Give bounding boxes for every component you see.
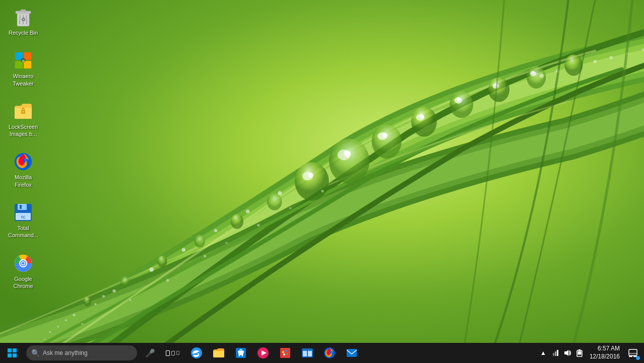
file-explorer-taskbar-button[interactable] bbox=[208, 343, 230, 363]
svg-point-33 bbox=[57, 326, 59, 328]
firefox-taskbar-button[interactable] bbox=[318, 343, 341, 363]
mozilla-firefox-svg bbox=[14, 152, 33, 171]
file-explorer-icon bbox=[213, 347, 225, 358]
firefox-taskbar-icon bbox=[324, 347, 336, 359]
microphone-icon: 🎤 bbox=[145, 348, 155, 358]
svg-point-17 bbox=[267, 193, 282, 210]
notification-badge bbox=[636, 356, 640, 360]
svg-marker-107 bbox=[564, 350, 568, 356]
recycle-bin-label: Recycle Bin bbox=[9, 29, 38, 36]
google-chrome-svg bbox=[14, 254, 33, 273]
volume-icon-svg bbox=[563, 349, 571, 357]
svg-line-60 bbox=[20, 15, 20, 24]
svg-point-85 bbox=[22, 262, 25, 264]
svg-point-20 bbox=[157, 256, 167, 267]
svg-point-51 bbox=[308, 172, 313, 178]
system-tray: ▲ bbox=[537, 343, 644, 363]
svg-point-45 bbox=[204, 255, 206, 257]
mail-taskbar-button[interactable] bbox=[341, 343, 363, 363]
svg-point-8 bbox=[411, 107, 437, 136]
svg-point-1 bbox=[329, 139, 370, 184]
svg-rect-59 bbox=[21, 10, 26, 12]
search-bar[interactable]: 🔍 Ask me anything bbox=[26, 345, 137, 360]
svg-rect-109 bbox=[578, 349, 581, 350]
svg-point-89 bbox=[242, 355, 243, 356]
power-icon-svg bbox=[576, 349, 583, 357]
svg-point-18 bbox=[231, 214, 243, 229]
paint-taskbar-button[interactable] bbox=[274, 343, 296, 363]
task-view-button[interactable] bbox=[161, 343, 183, 363]
svg-point-39 bbox=[609, 56, 612, 59]
svg-point-50 bbox=[345, 151, 351, 157]
windows-logo-icon bbox=[8, 348, 17, 357]
action-center-button[interactable] bbox=[624, 343, 642, 363]
task-view-icon bbox=[166, 350, 179, 356]
total-commander-icon[interactable]: TC Total Command... bbox=[5, 200, 41, 241]
svg-point-93 bbox=[282, 351, 284, 353]
desktop-background bbox=[0, 0, 644, 363]
svg-point-30 bbox=[94, 303, 96, 305]
paint-icon bbox=[279, 347, 291, 359]
svg-point-28 bbox=[112, 289, 115, 293]
svg-rect-103 bbox=[347, 349, 357, 357]
svg-point-4 bbox=[295, 162, 329, 200]
svg-point-21 bbox=[120, 276, 129, 287]
google-chrome-image bbox=[13, 253, 33, 273]
google-chrome-icon[interactable]: Google Chrome bbox=[5, 251, 41, 292]
svg-point-48 bbox=[289, 207, 291, 209]
system-clock[interactable]: 6:57 AM 12/18/2016 bbox=[586, 343, 624, 363]
svg-line-62 bbox=[26, 15, 27, 24]
svg-point-38 bbox=[594, 60, 597, 63]
svg-rect-73 bbox=[27, 166, 32, 171]
svg-point-88 bbox=[239, 355, 240, 356]
volume-icon[interactable] bbox=[561, 343, 573, 363]
svg-point-26 bbox=[246, 209, 249, 213]
svg-rect-104 bbox=[553, 353, 554, 356]
svg-point-44 bbox=[81, 323, 83, 325]
clock-date: 12/18/2016 bbox=[590, 353, 620, 361]
winaero-tweaker-label: Winaero Tweaker bbox=[7, 72, 39, 87]
voice-search-button[interactable]: 🎤 bbox=[139, 343, 161, 363]
start-button[interactable] bbox=[0, 343, 24, 363]
svg-point-27 bbox=[278, 191, 282, 195]
svg-rect-101 bbox=[308, 349, 312, 351]
lockscreen-folder-icon[interactable]: LockScreen Images b... bbox=[5, 99, 41, 140]
tray-overflow-button[interactable]: ▲ bbox=[537, 343, 549, 363]
svg-point-36 bbox=[540, 74, 544, 78]
svg-point-10 bbox=[449, 91, 473, 118]
clock-time: 6:57 AM bbox=[598, 345, 620, 353]
svg-point-54 bbox=[457, 98, 461, 101]
svg-point-47 bbox=[257, 224, 260, 227]
media-player-icon bbox=[257, 347, 269, 359]
network-icon[interactable] bbox=[549, 343, 561, 363]
recycle-bin-icon[interactable]: ♻ Recycle Bin bbox=[5, 5, 41, 38]
svg-point-32 bbox=[65, 319, 67, 321]
svg-point-19 bbox=[195, 235, 205, 248]
desktop-icons: ♻ Recycle Bin ⚙ Winaero Tweaker bbox=[5, 5, 41, 292]
winaero-tweaker-icon[interactable]: ⚙ Winaero Tweaker bbox=[5, 48, 41, 89]
svg-rect-75 bbox=[18, 204, 27, 210]
svg-point-95 bbox=[286, 353, 288, 355]
svg-point-46 bbox=[225, 242, 227, 244]
lockscreen-folder-image bbox=[13, 101, 33, 121]
power-icon[interactable] bbox=[573, 343, 586, 363]
pinned-apps bbox=[185, 343, 363, 363]
svg-point-12 bbox=[488, 78, 509, 102]
mozilla-firefox-icon[interactable]: Mozilla Firefox bbox=[5, 150, 41, 190]
svg-point-96 bbox=[283, 353, 285, 355]
winaero-tweaker-svg: ⚙ bbox=[14, 51, 32, 69]
network-icon-svg bbox=[551, 349, 559, 357]
total-commander-svg: TC bbox=[14, 203, 33, 222]
search-placeholder-text: Ask me anything bbox=[43, 349, 88, 356]
google-chrome-label: Google Chrome bbox=[7, 275, 39, 290]
store-taskbar-button[interactable] bbox=[230, 343, 252, 363]
edge-taskbar-button[interactable] bbox=[185, 343, 208, 363]
recycle-bin-svg: ♻ bbox=[14, 7, 32, 27]
svg-point-29 bbox=[102, 295, 105, 298]
media-player-taskbar-button[interactable] bbox=[252, 343, 274, 363]
svg-point-42 bbox=[166, 279, 169, 281]
svg-point-24 bbox=[182, 248, 185, 252]
svg-point-49 bbox=[321, 190, 324, 192]
svg-point-6 bbox=[372, 124, 402, 159]
commander-taskbar-button[interactable] bbox=[296, 343, 318, 363]
